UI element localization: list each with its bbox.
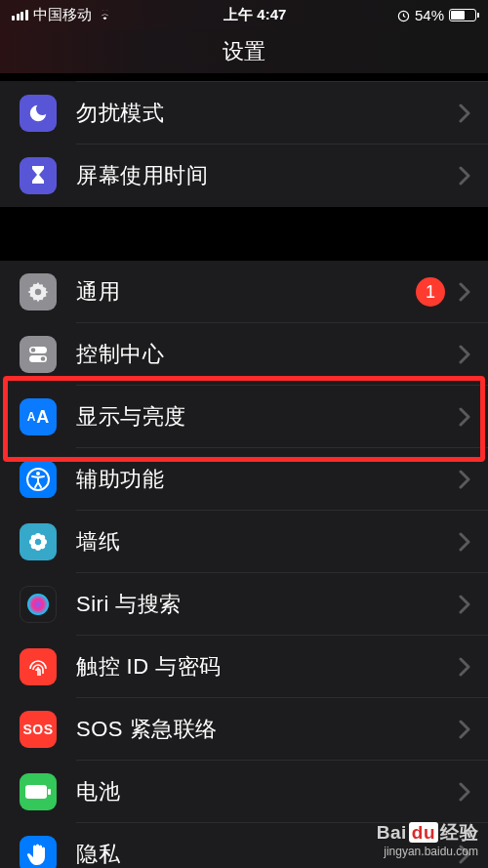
chevron-right-icon (459, 407, 470, 427)
chevron-right-icon (459, 532, 470, 552)
row-display-brightness[interactable]: AA 显示与亮度 (0, 386, 488, 448)
svg-point-6 (41, 356, 46, 361)
wifi-icon (97, 9, 113, 21)
svg-point-4 (31, 348, 36, 352)
row-label: 显示与亮度 (76, 402, 459, 432)
row-label: SOS 紧急联络 (76, 715, 459, 744)
chevron-right-icon (459, 595, 470, 614)
sos-icon: SOS (20, 711, 57, 748)
chevron-right-icon (459, 103, 470, 123)
settings-group-1: 勿扰模式 屏幕使用时间 (0, 81, 488, 207)
flower-icon (20, 523, 57, 560)
fingerprint-icon (20, 648, 57, 685)
watermark: Baidu经验 jingyan.baidu.com (377, 821, 478, 860)
moon-icon (20, 95, 57, 132)
row-battery[interactable]: 电池 (0, 761, 488, 823)
row-label: 辅助功能 (76, 465, 459, 494)
battery-row-icon (20, 773, 57, 810)
row-screen-time[interactable]: 屏幕使用时间 (0, 145, 488, 207)
carrier-label: 中国移动 (33, 6, 92, 24)
row-control-center[interactable]: 控制中心 (0, 323, 488, 386)
status-left: 中国移动 (12, 6, 113, 24)
chevron-right-icon (459, 282, 470, 302)
row-general[interactable]: 通用 1 (0, 261, 488, 323)
svg-point-8 (36, 472, 40, 475)
row-label: 触控 ID 与密码 (76, 652, 459, 682)
chevron-right-icon (459, 657, 470, 677)
svg-point-18 (27, 594, 49, 615)
chevron-right-icon (459, 470, 470, 489)
row-touchid[interactable]: 触控 ID 与密码 (0, 636, 488, 698)
settings-group-2: 通用 1 控制中心 AA 显示与亮度 辅助功能 墙纸 (0, 261, 488, 868)
row-siri[interactable]: Siri 与搜索 (0, 573, 488, 636)
rotation-lock-icon (397, 9, 410, 21)
row-do-not-disturb[interactable]: 勿扰模式 (0, 82, 488, 145)
row-wallpaper[interactable]: 墙纸 (0, 511, 488, 573)
svg-rect-19 (25, 785, 47, 799)
battery-pct: 54% (415, 7, 444, 23)
row-label: 通用 (76, 277, 416, 307)
hourglass-icon (20, 157, 57, 194)
row-label: 控制中心 (76, 340, 459, 369)
toggles-icon (20, 336, 57, 373)
signal-icon (12, 10, 28, 21)
text-size-icon: AA (20, 398, 57, 435)
row-label: Siri 与搜索 (76, 590, 459, 619)
chevron-right-icon (459, 166, 470, 186)
chevron-right-icon (459, 345, 470, 364)
chevron-right-icon (459, 720, 470, 739)
accessibility-icon (20, 461, 57, 498)
svg-point-17 (35, 539, 41, 545)
row-label: 墙纸 (76, 527, 459, 557)
svg-point-2 (35, 289, 41, 295)
status-bar: 中国移动 上午 4:47 54% (0, 0, 488, 29)
gear-icon (20, 273, 57, 310)
status-right: 54% (397, 7, 476, 23)
page-title: 设置 (0, 29, 488, 73)
svg-rect-20 (48, 789, 51, 795)
row-label: 电池 (76, 777, 459, 806)
siri-icon (20, 586, 57, 623)
notification-badge: 1 (416, 277, 445, 307)
row-label: 屏幕使用时间 (76, 161, 459, 190)
hand-icon (20, 836, 57, 868)
row-label: 勿扰模式 (76, 99, 459, 128)
row-sos[interactable]: SOS SOS 紧急联络 (0, 698, 488, 761)
battery-icon (449, 9, 476, 21)
status-time: 上午 4:47 (224, 6, 286, 24)
row-accessibility[interactable]: 辅助功能 (0, 448, 488, 511)
chevron-right-icon (459, 782, 470, 802)
